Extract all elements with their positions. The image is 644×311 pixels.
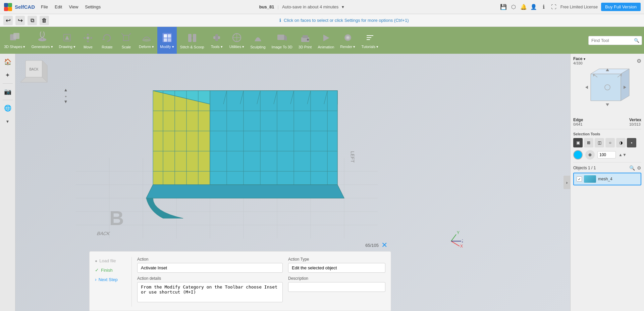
svg-marker-66 [210,91,337,185]
undo-redo-group: ↩ ↪ ⧉ 🗑 [3,16,49,25]
rotate-icon [101,32,113,44]
nav-file[interactable]: File [38,3,51,11]
close-panel-button[interactable]: ✕ [381,241,387,250]
fullscreen-icon[interactable]: ⛶ [550,4,557,10]
opacity-input[interactable] [597,151,616,159]
drawing-label: Drawing ▾ [59,45,75,49]
objects-title: Objects 1 / 1 [573,166,596,170]
info-icon[interactable]: ℹ [540,4,547,10]
face-info: Face ▾ 4/330 [573,56,585,65]
action-input[interactable] [137,263,283,273]
sel-box-icon[interactable]: ◫ [595,138,604,147]
toolbar: 3D Shapes ▾ Generators ▾ Drawing ▾ Move … [0,27,644,54]
svg-point-15 [87,37,89,39]
svg-point-20 [143,39,151,42]
info-icon-inline: ℹ [279,18,281,23]
nav-right: 💾 ⬡ 🔔 👤 ℹ ⛶ Free Limited License Buy Ful… [500,3,641,11]
save-icon[interactable]: 💾 [500,4,507,10]
description-input[interactable] [288,282,385,292]
action-type-input[interactable] [288,263,385,273]
step-next[interactable]: › Next Step [95,275,127,283]
face-dropdown-icon[interactable]: ▾ [584,57,585,61]
tool-3d-shapes[interactable]: 3D Shapes ▾ [1,27,28,54]
svg-line-97 [451,241,460,246]
find-tool-area: 🔍 [585,27,643,54]
find-icon[interactable]: 🔍 [634,38,639,43]
nav-settings[interactable]: Settings [82,3,103,11]
delete-button[interactable]: 🗑 [40,16,49,25]
app-logo[interactable]: SelfCAD [3,2,35,12]
bell-icon[interactable]: 🔔 [520,4,527,10]
nav-edit[interactable]: Edit [52,3,65,11]
svg-text:Z: Z [462,239,463,243]
tool-animation[interactable]: Animation [315,27,337,54]
sel-dark-icon[interactable]: ▪ [627,138,636,147]
nav-view[interactable]: View [66,3,81,11]
sel-cube-icon[interactable]: ▣ [573,138,583,147]
face-label: Face [573,56,582,61]
action-label: Action [137,257,283,262]
tool-render[interactable]: Render ▾ [337,27,358,54]
nav-down-icon[interactable]: ▼ [62,99,69,106]
tool-image-to-3d[interactable]: Image To 3D [269,27,295,54]
home-icon[interactable]: 🏠 [2,56,13,67]
share-icon[interactable]: ⬡ [510,4,517,10]
object-item[interactable]: ✓ mesh_4 [573,173,641,185]
action-details-textarea[interactable]: From the Modify Category on the Toolbar … [137,282,283,302]
tool-deform[interactable]: Deform ▾ [136,27,157,54]
action-form: Action Action details From the Modify Ca… [137,257,283,307]
tool-generators[interactable]: Generators ▾ [29,27,55,54]
selection-tools-title: Selection Tools [573,132,641,136]
nav-cube-right[interactable] [581,67,634,114]
tutorials-label: Tutorials ▾ [362,45,379,49]
autosave-dropdown-icon[interactable]: ▾ [342,4,344,9]
svg-rect-23 [168,34,171,38]
svg-marker-16 [102,38,105,40]
collapse-right-panel-button[interactable]: › [564,176,570,189]
buy-button[interactable]: Buy Full Version [601,3,641,11]
nav-cube-viewport[interactable]: BACK [19,57,49,88]
step-load-file[interactable]: ● Load file [95,257,127,265]
generators-label: Generators ▾ [31,45,53,49]
tool-stitch[interactable]: Stitch & Scoop [177,27,207,54]
svg-marker-12 [87,41,89,43]
objects-settings-icon[interactable]: ⚙ [637,165,641,171]
tool-sculpting[interactable]: Sculpting [248,27,268,54]
tool-drawing[interactable]: Drawing ▾ [56,27,78,54]
redo-button[interactable]: ↪ [15,16,25,25]
tool-scale[interactable]: Scale [117,27,136,54]
globe-icon[interactable]: 🌐 [2,103,13,114]
tool-tools[interactable]: Tools ▾ [208,27,226,54]
objects-search-icon[interactable]: 🔍 [629,165,635,171]
color-picker[interactable] [573,150,583,160]
top-nav: SelfCAD File Edit View Settings bus_81 |… [0,0,644,14]
sel-grid-icon[interactable]: ⊞ [584,138,593,147]
sel-half-icon[interactable]: ◑ [616,138,626,147]
obj-thumbnail [584,175,596,183]
tool-move[interactable]: Move [79,27,97,54]
viewport[interactable]: BACK ▲ ✦ ▼ [15,54,570,311]
3d-shapes-label: 3D Shapes ▾ [4,45,25,49]
nav-up-icon[interactable]: ▲ [62,87,69,94]
svg-rect-26 [188,34,192,42]
copy-button[interactable]: ⧉ [28,16,37,25]
svg-rect-0 [4,3,8,7]
sel-circle-outline-icon[interactable]: ○ [605,138,615,147]
tool-tutorials[interactable]: Tutorials ▾ [359,27,381,54]
tool-utilities[interactable]: Utilities ▾ [227,27,247,54]
tool-rotate[interactable]: Rotate [98,27,116,54]
svg-text:BACK: BACK [29,68,39,71]
settings-gear-icon[interactable]: ⚙ [637,58,641,64]
undo-button[interactable]: ↩ [3,16,13,25]
camera-icon[interactable]: 📷 [2,86,13,97]
tutorials-icon [364,32,376,44]
mesh-icon[interactable]: ⊕ [585,150,595,160]
tool-3d-print[interactable]: 3D Print [296,27,315,54]
step-finish[interactable]: ✓ Finish [95,266,127,274]
user-icon[interactable]: 👤 [530,4,537,10]
expand-icon[interactable]: ▼ [2,116,13,127]
snap-icon[interactable]: ✦ [2,70,13,81]
svg-rect-17 [123,35,129,41]
obj-checkbox[interactable]: ✓ [577,176,582,182]
tool-modify[interactable]: Modify ▾ [157,27,176,54]
